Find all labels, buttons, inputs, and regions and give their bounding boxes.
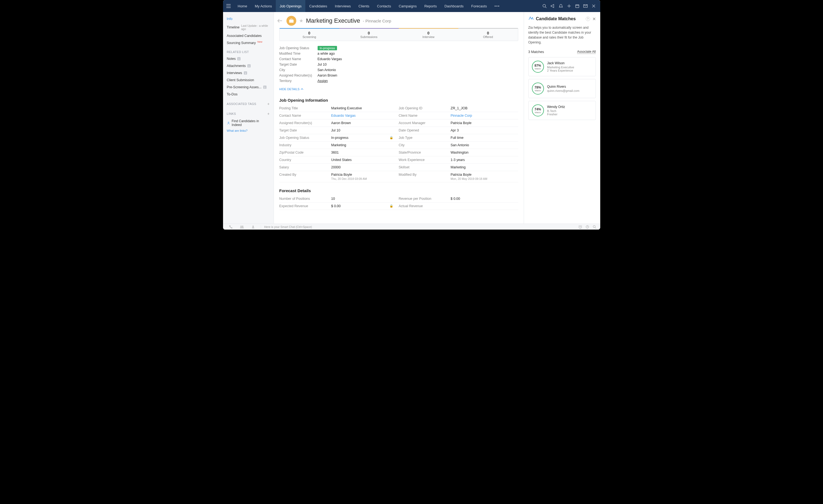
nav-tab-contacts[interactable]: Contacts: [373, 0, 395, 12]
sidebar-item-notes[interactable]: Notes 1: [223, 55, 274, 62]
matches-description: Zia helps you to automatically screen an…: [528, 25, 596, 45]
search-icon[interactable]: [542, 4, 547, 8]
match-card[interactable]: 74%MatchWendy OrtizB.TechFresher: [528, 101, 596, 120]
nav-tab-my-actions[interactable]: My Actions: [251, 0, 276, 12]
page-subtitle: - Pinnacle Corp: [363, 19, 391, 23]
info-row: Client NamePinnacle Corp: [399, 112, 518, 120]
info-row: CitySan Antonio: [399, 142, 518, 149]
nav-tab-home[interactable]: Home: [234, 0, 251, 12]
nav-more-icon[interactable]: •••: [491, 4, 504, 8]
match-score-ring: 78%Match: [532, 82, 544, 95]
svg-point-5: [240, 226, 241, 227]
footer-history-icon[interactable]: [586, 225, 589, 229]
info-row: Date OpenedApr 3: [399, 127, 518, 134]
tools-icon[interactable]: [592, 4, 596, 8]
job-opening-avatar-icon: [287, 16, 296, 26]
assign-link[interactable]: Assign: [318, 79, 328, 83]
summary-row: Job Opening StatusIn-progress: [279, 45, 518, 51]
nav-tab-clients[interactable]: Clients: [355, 0, 373, 12]
megaphone-icon[interactable]: [550, 4, 555, 8]
associate-all-button[interactable]: Associate All: [577, 50, 596, 54]
info-row: Created ByPatricia BoyleThu, 20 Dec 2018…: [279, 171, 399, 182]
hamburger-icon[interactable]: [223, 4, 234, 8]
bell-icon[interactable]: [559, 4, 563, 8]
nav-tab-job-openings[interactable]: Job Openings: [276, 0, 305, 12]
lock-icon: 🔒: [389, 204, 393, 208]
sidebar-item-timeline[interactable]: Timeline Last Update : a while ago: [223, 22, 274, 32]
favorite-star-icon[interactable]: ★: [299, 18, 303, 24]
match-card[interactable]: 78%MatchQuinn Riversquinn.rivers@gmail.c…: [528, 79, 596, 98]
footer-search-icon[interactable]: [593, 225, 597, 229]
match-card[interactable]: 87%MatchJack WilsonMarketing Executive2 …: [528, 57, 596, 76]
nav-tab-dashboards[interactable]: Dashboards: [441, 0, 467, 12]
nav-tab-reports[interactable]: Reports: [421, 0, 441, 12]
info-row: Contact NameEduardo Vargas: [279, 112, 399, 120]
footer-group-icon[interactable]: [240, 225, 244, 228]
info-row: Assigned Recruiter(s)Aaron Brown: [279, 120, 399, 127]
summary-row: Assigned Recruiter(s)Aaron Brown: [279, 73, 518, 78]
pipeline-offered[interactable]: 0Offered: [458, 28, 518, 41]
info-row: Posting TitleMarketing Executive: [279, 105, 399, 112]
footer-contact-icon[interactable]: [252, 225, 255, 228]
info-row: Salary20000: [279, 164, 399, 171]
footer-phone-icon[interactable]: [229, 225, 232, 228]
info-row: Job Opening StatusIn-progress🔒: [279, 134, 399, 142]
sidebar-item-sourcing-summary[interactable]: Sourcing SummaryNew: [223, 39, 274, 46]
sidebar-item-interviews[interactable]: Interviews 1: [223, 69, 274, 76]
pipeline-bar: 0Screening0Submissions0Interview0Offered: [279, 28, 518, 41]
job-info-section-title: Job Opening Information: [274, 92, 524, 105]
left-sidebar: InfoTimeline Last Update : a while agoAs…: [223, 12, 274, 223]
add-tag-icon[interactable]: +: [267, 102, 270, 106]
svg-point-10: [593, 225, 595, 228]
svg-rect-1: [575, 5, 579, 8]
matches-count: 3 Matches: [528, 50, 544, 54]
smart-chat-hint[interactable]: Here is your Smart Chat (Ctrl+Space): [261, 225, 574, 228]
svg-rect-4: [289, 20, 294, 23]
info-row: IndustryMarketing: [279, 142, 399, 149]
hide-details-toggle[interactable]: HIDE DETAILS: [274, 83, 524, 92]
summary-row: TerritoryAssign: [279, 78, 518, 83]
sidebar-item-info[interactable]: Info: [223, 15, 274, 22]
info-row: CountryUnited States: [279, 156, 399, 164]
find-candidates-link[interactable]: Find Candidates in Indeed: [223, 118, 274, 129]
info-row: Number of Positions10: [279, 195, 399, 202]
back-arrow-icon[interactable]: [276, 19, 284, 23]
nav-tabs: HomeMy ActionsJob OpeningsCandidatesInte…: [234, 0, 491, 12]
candidate-matches-panel: Candidate Matches ? ✕ Zia helps you to a…: [524, 12, 600, 223]
summary-row: Modified Timea while ago: [279, 51, 518, 56]
main-content: ★ Marketing Executive - Pinnacle Corp 0S…: [274, 12, 524, 223]
info-row: Actual Revenue: [399, 202, 518, 210]
info-row: Zip/Postal Code3601: [279, 149, 399, 156]
info-row: SkillsetMarketing: [399, 164, 518, 171]
svg-point-7: [253, 226, 254, 227]
calendar-icon[interactable]: [575, 4, 580, 8]
info-row: Expected Revenue$ 0.00🔒: [279, 202, 399, 210]
nav-tab-interviews[interactable]: Interviews: [331, 0, 355, 12]
summary-row: Contact NameEduardo Vargas: [279, 56, 518, 62]
pipeline-submissions[interactable]: 0Submissions: [339, 28, 399, 41]
svg-point-3: [228, 122, 229, 123]
close-icon[interactable]: ✕: [592, 16, 596, 22]
mail-icon[interactable]: [583, 4, 588, 8]
top-nav: HomeMy ActionsJob OpeningsCandidatesInte…: [223, 0, 600, 12]
footer-alarm-icon[interactable]: [579, 225, 582, 229]
nav-tab-campaigns[interactable]: Campaigns: [395, 0, 421, 12]
summary-row: CitySan Antonio: [279, 67, 518, 73]
match-score-ring: 87%Match: [532, 61, 544, 73]
sidebar-item-attachments[interactable]: Attachments 1: [223, 62, 274, 69]
sidebar-item-to-dos[interactable]: To-Dos: [223, 91, 274, 98]
links-help[interactable]: What are links?: [223, 129, 274, 133]
nav-tab-forecasts[interactable]: Forecasts: [467, 0, 491, 12]
pipeline-interview[interactable]: 0Interview: [399, 28, 458, 41]
sidebar-item-client-submission[interactable]: Client Submission: [223, 76, 274, 83]
nav-tab-candidates[interactable]: Candidates: [305, 0, 331, 12]
pipeline-screening[interactable]: 0Screening: [280, 28, 339, 41]
sidebar-item-associated-candidates[interactable]: Associated Candidates: [223, 32, 274, 39]
plus-icon[interactable]: [567, 4, 571, 8]
zia-icon: [528, 16, 534, 22]
sidebar-item-pre-screening-asses-[interactable]: Pre-Screening Asses... 1: [223, 83, 274, 91]
add-link-icon[interactable]: +: [267, 112, 270, 116]
help-icon[interactable]: ?: [586, 17, 590, 21]
info-row: Target DateJul 10: [279, 127, 399, 134]
info-row: Job TypeFull time: [399, 134, 518, 142]
